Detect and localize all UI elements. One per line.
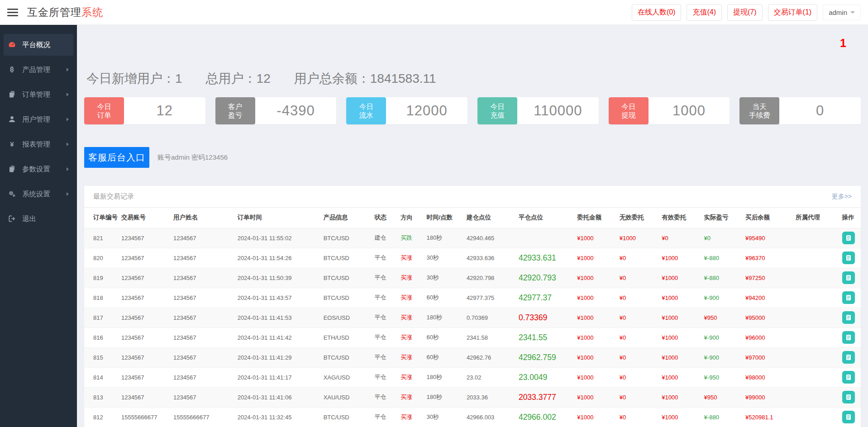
cell-order-time: 2024-01-31 11:41:06 <box>234 387 320 407</box>
cell-invalid-amount: ¥0 <box>616 407 658 427</box>
sidebar-item-4[interactable]: ¥报表管理 <box>4 133 73 155</box>
view-detail-button[interactable] <box>842 371 855 384</box>
cell-product: BTC/USD <box>320 288 371 308</box>
cell-balance: ¥95000 <box>742 308 792 327</box>
cell-invalid-amount: ¥0 <box>616 327 658 347</box>
stat-card-value: 0 <box>779 97 861 124</box>
view-detail-button[interactable] <box>842 291 855 304</box>
cell-order-id: 815 <box>84 347 118 367</box>
user-dropdown[interactable]: admin <box>823 5 861 20</box>
cell-invalid-amount: ¥0 <box>616 268 658 288</box>
sidebar-item-label: 退出 <box>22 214 36 224</box>
sidebar-item-7[interactable]: 退出 <box>4 208 73 230</box>
cell-account: 15555666677 <box>118 407 170 427</box>
cell-balance: ¥520981.1 <box>742 407 792 427</box>
cell-close-price: 42977.37 <box>515 288 573 308</box>
cell-invalid-amount: ¥0 <box>616 367 658 387</box>
cell-close-price: 42966.002 <box>515 407 573 427</box>
cell-profit: ¥-950 <box>701 367 742 387</box>
cell-product: XAG/USD <box>320 367 371 387</box>
column-header: 建仓点位 <box>463 208 515 228</box>
view-detail-button[interactable] <box>842 232 855 244</box>
cell-amount: ¥1000 <box>573 347 615 367</box>
cell-product: EOS/USD <box>320 308 371 327</box>
panel-header: 最新交易记录 更多>> <box>84 186 861 208</box>
column-header: 时间/点数 <box>423 208 463 228</box>
stat-card-label: 当天 手续费 <box>739 97 779 124</box>
cell-close-price: 42962.759 <box>515 347 573 367</box>
menu-toggle-icon[interactable] <box>7 7 18 18</box>
stat-card: 今日 充值110000 <box>477 97 599 124</box>
view-detail-button[interactable] <box>842 331 855 344</box>
cell-username: 1234567 <box>170 308 234 327</box>
table-row: 818123456712345672024-01-31 11:43:57BTC/… <box>84 288 861 308</box>
cell-product: XAU/USD <box>320 387 371 407</box>
cell-account: 1234567 <box>118 248 170 268</box>
chevron-right-icon <box>67 192 69 196</box>
app-title-main: 互金所管理 <box>27 6 81 18</box>
cell-status: 建仓 <box>371 228 397 248</box>
stat-card-value: 1000 <box>649 97 730 124</box>
cell-balance: ¥97000 <box>742 347 792 367</box>
cell-invalid-amount: ¥0 <box>616 347 658 367</box>
cell-order-id: 813 <box>84 387 118 407</box>
sidebar-item-label: 系统设置 <box>22 190 50 199</box>
cell-duration: 30秒 <box>423 268 463 288</box>
cell-order-time: 2024-01-31 11:54:26 <box>234 248 320 268</box>
view-detail-button[interactable] <box>842 351 855 364</box>
summary-stat-label: 今日新增用户： <box>86 71 175 85</box>
column-header: 平仓点位 <box>515 208 573 228</box>
more-link[interactable]: 更多>> <box>832 193 852 201</box>
cell-close-price: 42920.793 <box>515 268 573 288</box>
notification-count: 1 <box>840 37 846 50</box>
cell-product: BTC/USD <box>320 228 371 248</box>
header-stat-button[interactable]: 提现(7) <box>727 4 763 21</box>
cell-direction: 买涨 <box>397 347 423 367</box>
cell-order-id: 821 <box>84 228 118 248</box>
cell-product: BTC/USD <box>320 347 371 367</box>
stat-card: 今日 提现1000 <box>609 97 730 124</box>
table-row: 814123456712345672024-01-31 11:41:17XAG/… <box>84 367 861 387</box>
table-row: 813123456712345672024-01-31 11:41:06XAU/… <box>84 387 861 407</box>
stat-card: 今日 订单12 <box>84 97 205 124</box>
cell-username: 1234567 <box>170 268 234 288</box>
gears-icon <box>8 190 16 198</box>
table-row: 819123456712345672024-01-31 11:50:39BTC/… <box>84 268 861 288</box>
cell-agent <box>792 367 839 387</box>
cell-status: 平仓 <box>371 327 397 347</box>
view-detail-button[interactable] <box>842 391 855 403</box>
header-stat-button[interactable]: 在线人数(0) <box>632 4 682 21</box>
cell-product: BTC/USD <box>320 407 371 427</box>
table-row: 817123456712345672024-01-31 11:41:53EOS/… <box>84 308 861 327</box>
header-stat-button[interactable]: 充值(4) <box>687 4 722 21</box>
cell-order-time: 2024-01-31 11:55:02 <box>234 228 320 248</box>
cell-open-price: 2033.36 <box>463 387 515 407</box>
cell-close-price <box>515 228 573 248</box>
sidebar-item-6[interactable]: 系统设置 <box>4 183 73 205</box>
summary-stat-label: 总用户： <box>206 71 257 85</box>
cell-username: 1234567 <box>170 248 234 268</box>
stat-card-value: 110000 <box>517 97 599 124</box>
view-detail-button[interactable] <box>842 251 855 264</box>
cell-open-price: 42933.636 <box>463 248 515 268</box>
sidebar-item-2[interactable]: 订单管理 <box>4 84 73 105</box>
sidebar-item-3[interactable]: 用户管理 <box>4 109 73 130</box>
transactions-table: 订单编号交易账号用户姓名订单时间产品信息状态方向时间/点数建仓点位平仓点位委托金… <box>84 208 861 427</box>
cell-profit: ¥-880 <box>701 268 742 288</box>
sidebar-item-1[interactable]: B产品管理 <box>4 59 73 81</box>
column-header: 产品信息 <box>320 208 371 228</box>
stat-cards: 今日 订单12客户 盈亏-4390今日 流水12000今日 充值110000今日… <box>84 97 861 124</box>
sidebar-item-5[interactable]: 参数设置 <box>4 158 73 180</box>
sidebar-item-0[interactable]: 平台概况 <box>4 34 73 56</box>
view-detail-button[interactable] <box>842 411 855 423</box>
header-stat-button[interactable]: 交易订单(1) <box>768 4 818 21</box>
cell-order-time: 2024-01-31 11:32:45 <box>234 407 320 427</box>
summary-stat: 用户总余额：1841583.11 <box>294 71 436 85</box>
summary-stat-value: 1 <box>175 71 182 85</box>
cell-status: 平仓 <box>371 347 397 367</box>
cell-invalid-amount: ¥0 <box>616 288 658 308</box>
service-backend-button[interactable]: 客服后台入口 <box>84 147 149 168</box>
view-detail-button[interactable] <box>842 271 855 284</box>
view-detail-button[interactable] <box>842 311 855 324</box>
cell-order-time: 2024-01-31 11:41:42 <box>234 327 320 347</box>
